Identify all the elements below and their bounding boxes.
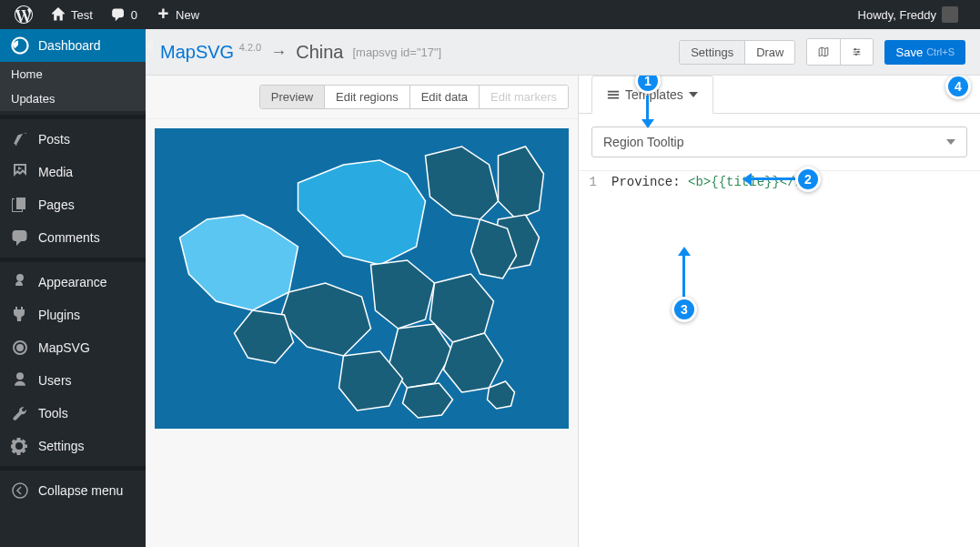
save-button[interactable]: Save Ctrl+S (884, 40, 965, 65)
sidebar-item-label: MapSVG (38, 340, 90, 355)
sidebar-item-comments[interactable]: Comments (0, 221, 146, 254)
comments-count: 0 (131, 8, 137, 22)
settings-icon (11, 437, 29, 455)
config-panel: Templates Region Tooltip 1 (578, 76, 980, 547)
annotation-2: 2 (795, 167, 821, 192)
comment-icon (111, 7, 126, 22)
tools-icon (11, 404, 29, 422)
sidebar-item-tools[interactable]: Tools (0, 397, 146, 430)
mapsvg-header: MapSVG 4.2.0 → China [mapsvg id="17"] Se… (146, 29, 980, 76)
pages-icon (11, 196, 29, 214)
appearance-icon (11, 273, 29, 291)
annotation-1-arrow (646, 96, 649, 119)
admin-sidebar: Dashboard Home Updates Posts Media Pages (0, 29, 146, 547)
sidebar-sub-home[interactable]: Home (0, 62, 146, 86)
map-preview[interactable] (155, 128, 569, 429)
sidebar-item-label: Users (38, 373, 72, 388)
new-content-label: New (176, 8, 199, 22)
preview-button[interactable]: Preview (260, 86, 324, 108)
plus-icon (156, 7, 170, 22)
sidebar-item-label: Collapse menu (38, 483, 123, 498)
edit-data-button[interactable]: Edit data (409, 86, 479, 108)
draw-mode-button[interactable]: Draw (744, 41, 794, 64)
map-shortcode: [mapsvg id="17"] (352, 46, 441, 59)
home-icon (51, 7, 66, 22)
posts-icon (11, 130, 29, 148)
sidebar-sub-updates[interactable]: Updates (0, 86, 146, 111)
avatar (942, 6, 958, 23)
line-number: 1 (579, 171, 604, 547)
map-view-icon-button[interactable] (807, 39, 840, 65)
users-icon (11, 371, 29, 390)
settings-mode-button[interactable]: Settings (680, 41, 744, 64)
svg-point-2 (858, 51, 860, 53)
site-name-menu[interactable]: Test (44, 0, 100, 29)
code-tag-open: <b> (688, 175, 711, 189)
sidebar-item-mapsvg[interactable]: MapSVG (0, 331, 146, 364)
code-text: Province: (611, 175, 688, 189)
sidebar-item-label: Appearance (38, 275, 107, 289)
template-select[interactable]: Region Tooltip (591, 127, 967, 157)
sidebar-item-label: Plugins (38, 308, 80, 322)
sidebar-item-label: Comments (38, 230, 100, 245)
edit-regions-button[interactable]: Edit regions (324, 86, 409, 108)
select-value: Region Tooltip (603, 135, 683, 149)
menu-icon (607, 88, 620, 101)
sidebar-item-label: Posts (38, 132, 70, 147)
mapsvg-icon (11, 339, 29, 357)
sidebar-item-settings[interactable]: Settings (0, 430, 146, 462)
collapse-icon (11, 481, 29, 500)
annotation-3: 3 (672, 297, 697, 322)
caret-down-icon (689, 92, 698, 97)
preview-panel: Preview Edit regions Edit data Edit mark… (146, 76, 578, 547)
user-menu[interactable]: Howdy, Freddy (851, 0, 965, 29)
sidebar-collapse[interactable]: Collapse menu (0, 474, 146, 507)
mapsvg-brand[interactable]: MapSVG 4.2.0 (160, 42, 261, 63)
sidebar-item-posts[interactable]: Posts (0, 123, 146, 156)
annotation-2-arrowhead (743, 173, 752, 186)
new-content-menu[interactable]: New (148, 0, 207, 29)
sidebar-item-label: Pages (38, 198, 75, 212)
plugins-icon (11, 306, 29, 324)
wp-logo-menu[interactable] (7, 0, 40, 29)
svg-point-3 (856, 54, 858, 56)
mapsvg-version: 4.2.0 (239, 42, 261, 53)
site-name-label: Test (71, 8, 93, 22)
sliders-icon-button[interactable] (840, 39, 873, 65)
mode-toggle-group: Settings Draw (679, 40, 795, 65)
comments-icon (11, 228, 29, 247)
sidebar-item-label: Media (38, 165, 73, 179)
sidebar-item-dashboard[interactable]: Dashboard (0, 29, 146, 62)
svg-point-1 (855, 48, 857, 50)
admin-bar: Test 0 New Howdy, Freddy (0, 0, 980, 29)
sidebar-item-label: Tools (38, 406, 68, 420)
sidebar-item-label: Settings (38, 439, 85, 453)
save-shortcut: Ctrl+S (926, 46, 955, 57)
annotation-3-arrow (682, 256, 685, 297)
annotation-1-arrowhead (642, 119, 654, 128)
edit-markers-button: Edit markers (479, 86, 568, 108)
sidebar-item-label: Dashboard (38, 38, 101, 53)
preview-mode-group: Preview Edit regions Edit data Edit mark… (259, 85, 569, 109)
sidebar-item-media[interactable]: Media (0, 156, 146, 188)
comments-menu[interactable]: 0 (104, 0, 145, 29)
sidebar-item-pages[interactable]: Pages (0, 188, 146, 221)
wordpress-icon (15, 5, 33, 24)
annotation-2-arrow (752, 177, 795, 180)
sidebar-item-users[interactable]: Users (0, 364, 146, 397)
svg-point-0 (13, 483, 27, 498)
view-toggle-group (806, 38, 874, 66)
sidebar-item-appearance[interactable]: Appearance (0, 266, 146, 299)
annotation-3-arrowhead (678, 247, 691, 256)
howdy-text: Howdy, Freddy (858, 8, 936, 22)
code-editor[interactable]: 1 Province: <b>{{title}}</b> (579, 171, 980, 547)
sidebar-item-plugins[interactable]: Plugins (0, 299, 146, 331)
map-title: China (296, 42, 343, 63)
dashboard-icon (11, 36, 29, 55)
media-icon (11, 163, 29, 181)
breadcrumb-arrow: → (270, 43, 287, 62)
chevron-down-icon (946, 139, 955, 145)
